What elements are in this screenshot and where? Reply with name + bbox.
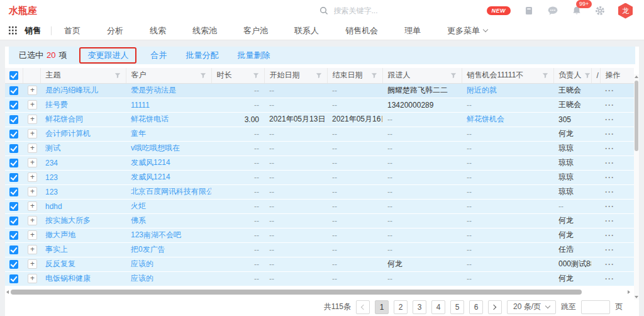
topic-link[interactable]: hdhd <box>45 202 62 211</box>
jump-page-input[interactable] <box>581 300 610 314</box>
customer-link[interactable]: 应该的 <box>131 259 153 268</box>
row-actions-button[interactable]: ··· <box>605 245 614 254</box>
topic-link[interactable]: 按实施大所多 <box>45 216 91 225</box>
select-all-checkbox[interactable] <box>9 71 18 80</box>
action-button-1[interactable]: 合并 <box>150 50 167 61</box>
expand-row-button[interactable]: + <box>28 230 37 240</box>
action-button-3[interactable]: 批量删除 <box>237 50 270 61</box>
table-row[interactable]: + 鲜花饼合同 鲜花饼电话 3.00 2021年05月13日 2021年05月1… <box>5 112 634 127</box>
filter-icon[interactable] <box>114 72 121 79</box>
expand-row-button[interactable]: + <box>28 115 37 124</box>
topic-link[interactable]: 电饭锅和健康 <box>45 274 91 283</box>
page-button-4[interactable]: 4 <box>431 300 445 314</box>
nav-item-2[interactable]: 线索 <box>150 25 166 37</box>
row-checkbox[interactable] <box>9 144 18 153</box>
expand-row-button[interactable]: + <box>28 86 37 95</box>
topic-link[interactable]: 会计师计算机 <box>45 129 91 138</box>
topic-link[interactable]: 234 <box>45 159 58 167</box>
row-actions-button[interactable]: ··· <box>605 231 614 240</box>
action-button-0[interactable]: 变更跟进人 <box>79 47 136 64</box>
horizontal-scrollbar[interactable] <box>6 290 630 295</box>
filter-icon[interactable] <box>371 72 377 79</box>
scroll-down-arrow-icon[interactable] <box>635 296 638 298</box>
customer-link[interactable]: 佛系 <box>131 216 146 225</box>
filter-icon[interactable] <box>253 72 259 79</box>
page-button-1[interactable]: 1 <box>375 300 389 314</box>
row-actions-button[interactable]: ··· <box>605 217 614 225</box>
nav-item-1[interactable]: 分析 <box>107 25 123 37</box>
customer-link[interactable]: 123南湖不会吧 <box>131 230 181 239</box>
expand-row-button[interactable]: + <box>28 259 37 269</box>
bell-icon[interactable]: 99+ <box>572 6 582 16</box>
topic-link[interactable]: 事实上 <box>45 245 68 254</box>
page-button-6[interactable]: 6 <box>469 300 483 314</box>
topic-link[interactable]: 挂号费 <box>45 100 68 109</box>
expand-row-button[interactable]: + <box>28 245 37 254</box>
page-button-3[interactable]: 3 <box>413 300 426 314</box>
avatar[interactable]: 龙 <box>618 3 633 19</box>
row-actions-button[interactable]: ··· <box>605 274 614 283</box>
table-row[interactable]: + 是的冯绍峰玩儿 爱是劳动法是 -- -- -- 阙耀楚路飞韩二二 附近的就 … <box>5 83 634 98</box>
customer-link[interactable]: 火炬 <box>131 201 146 210</box>
expand-row-button[interactable]: + <box>28 144 37 153</box>
filter-icon[interactable] <box>200 72 206 79</box>
nav-item-4[interactable]: 客户池 <box>243 25 268 37</box>
table-row[interactable]: + 按实施大所多 佛系 -- -- -- -- -- 何龙 ··· <box>5 213 634 228</box>
page-size-select[interactable]: 20 条/页 <box>507 300 556 314</box>
scroll-left-arrow-icon[interactable] <box>6 290 9 294</box>
customer-link[interactable]: 童年 <box>131 129 146 138</box>
row-actions-button[interactable]: ··· <box>605 115 614 124</box>
row-actions-button[interactable]: ··· <box>605 130 614 138</box>
customer-link[interactable]: 11111 <box>131 101 150 110</box>
nav-item-0[interactable]: 首页 <box>64 25 80 37</box>
row-actions-button[interactable]: ··· <box>605 144 614 153</box>
table-row[interactable]: + 234 发威风1214 -- -- -- -- -- 琼琼 ··· <box>5 155 634 170</box>
row-checkbox[interactable] <box>9 245 18 254</box>
expand-row-button[interactable]: + <box>28 129 37 138</box>
customer-link[interactable]: 爱是劳动法是 <box>131 86 176 94</box>
customer-link[interactable]: 发威风1214 <box>131 158 170 167</box>
chat-icon[interactable] <box>547 6 558 16</box>
scroll-up-arrow-icon[interactable] <box>635 76 638 78</box>
topic-link[interactable]: 鲜花饼合同 <box>45 115 83 123</box>
table-row[interactable]: + 测试 v哦吃哦想哦在 -- -- -- -- -- 琼琼 ··· <box>5 141 634 155</box>
action-button-2[interactable]: 批量分配 <box>186 50 218 61</box>
expand-row-button[interactable]: + <box>28 274 37 283</box>
filter-icon[interactable] <box>584 72 591 79</box>
expand-row-button[interactable]: + <box>28 158 37 167</box>
apps-grid-icon[interactable] <box>9 26 17 35</box>
row-checkbox[interactable] <box>9 188 18 196</box>
next-page-button[interactable] <box>488 300 502 314</box>
topic-link[interactable]: 测试 <box>45 144 60 152</box>
page-button-2[interactable]: 2 <box>394 300 408 314</box>
nav-item-5[interactable]: 联系人 <box>294 25 319 37</box>
row-checkbox[interactable] <box>9 130 18 138</box>
vertical-scrollbar[interactable] <box>634 74 639 300</box>
row-checkbox[interactable] <box>9 159 18 167</box>
row-actions-button[interactable]: ··· <box>605 101 614 110</box>
customer-link[interactable]: 北京百度网讯科技有限公司 <box>131 187 211 196</box>
row-actions-button[interactable]: ··· <box>605 260 614 269</box>
customer-link[interactable]: 把0发广告 <box>131 245 165 254</box>
row-checkbox[interactable] <box>9 217 18 225</box>
row-checkbox[interactable] <box>9 274 18 283</box>
prev-page-button[interactable] <box>356 300 370 314</box>
row-checkbox[interactable] <box>9 260 18 269</box>
opportunity-link[interactable]: 附近的就 <box>467 86 497 94</box>
row-actions-button[interactable]: ··· <box>605 202 614 211</box>
table-row[interactable]: + 事实上 把0发广告 -- -- -- -- -- 任浩 ··· <box>5 242 634 257</box>
opportunity-link[interactable]: 鲜花饼机会 <box>467 115 504 123</box>
row-checkbox[interactable] <box>9 101 18 110</box>
expand-row-button[interactable]: + <box>28 187 37 196</box>
topic-link[interactable]: 撒大声地 <box>45 230 75 239</box>
horizontal-scroll-thumb[interactable] <box>11 290 582 295</box>
customer-link[interactable]: 鲜花饼电话 <box>131 115 169 123</box>
search-input[interactable] <box>333 6 427 16</box>
filter-icon[interactable] <box>542 72 548 79</box>
table-row[interactable]: + 撒大声地 123南湖不会吧 -- -- -- -- -- 何龙 ··· <box>5 228 634 242</box>
table-row[interactable]: + 会计师计算机 童年 -- -- -- -- -- 何龙 ··· <box>5 127 634 141</box>
topic-link[interactable]: 反反复复 <box>45 259 75 268</box>
row-checkbox[interactable] <box>9 231 18 240</box>
topic-link[interactable]: 123 <box>45 188 58 196</box>
customer-link[interactable]: 应该的 <box>131 274 153 283</box>
